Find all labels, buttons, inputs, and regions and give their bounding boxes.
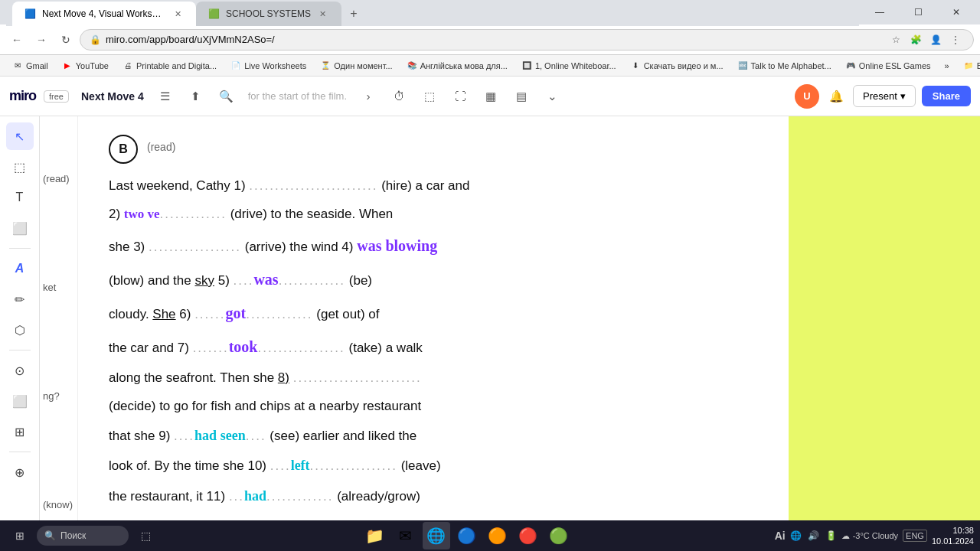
add-tool-button[interactable]: ⊕ bbox=[6, 458, 34, 486]
printable-icon: 🖨 bbox=[122, 60, 133, 71]
task-view-button[interactable]: ⬚ bbox=[132, 522, 159, 549]
connector-tool-button[interactable]: ⊙ bbox=[6, 357, 34, 384]
share-options-button[interactable]: ⬆ bbox=[184, 84, 208, 109]
tab-label-active: Next Move 4, Visual Workspac... bbox=[42, 8, 165, 19]
more-options-button[interactable]: ⌄ bbox=[540, 84, 564, 109]
taskbar-center: 📁 ✉ 🌐 🔵 🟠 🔴 🟢 bbox=[361, 522, 573, 549]
bookmark-youtube[interactable]: ▶ YouTube bbox=[56, 57, 115, 74]
tab-close-active[interactable]: ✕ bbox=[172, 8, 184, 20]
text-tool-button[interactable]: T bbox=[6, 184, 34, 211]
gap-8: ......................... bbox=[293, 370, 422, 385]
tab-close-inactive[interactable]: ✕ bbox=[317, 8, 329, 20]
pen-tool-button[interactable]: ✏ bbox=[6, 285, 34, 313]
language-badge[interactable]: ENG bbox=[903, 530, 927, 542]
taskbar-app-blue[interactable]: 🔵 bbox=[453, 522, 481, 549]
bookmark-whiteboard[interactable]: 🔲 1, Online Whiteboar... bbox=[515, 57, 622, 74]
next-arrow-button[interactable]: › bbox=[356, 84, 381, 109]
gap-10-dots: .... bbox=[270, 458, 291, 473]
tab-inactive[interactable]: 🟩 SCHOOL SYSTEMS ✕ bbox=[196, 2, 341, 26]
esl-icon: 🎮 bbox=[845, 60, 856, 71]
clock-time: 10:38 bbox=[952, 525, 974, 536]
new-tab-button[interactable]: + bbox=[341, 2, 366, 26]
address-bar[interactable]: 🔒 miro.com/app/board/uXjVMmN2ASo=/ ☆ 🧩 👤… bbox=[80, 29, 974, 51]
section-b-circle: B bbox=[109, 135, 138, 164]
taskbar-app-green[interactable]: 🟢 bbox=[545, 522, 573, 549]
annotation-got: got bbox=[225, 305, 246, 321]
eraser-tool-button[interactable]: ⬡ bbox=[6, 316, 34, 344]
notifications-button[interactable]: 🔔 bbox=[825, 86, 847, 107]
taskbar-search[interactable]: 🔍 Поиск bbox=[37, 526, 129, 546]
settings-icon[interactable]: ⋮ bbox=[947, 31, 964, 48]
taskbar-app-red[interactable]: 🔴 bbox=[514, 522, 542, 549]
frames-tool-button[interactable]: ⬚ bbox=[6, 153, 34, 181]
annotation-seen: seen bbox=[220, 428, 246, 443]
bookmark-gmail[interactable]: ✉ Gmail bbox=[6, 57, 54, 74]
share-button[interactable]: Share bbox=[922, 86, 971, 106]
bookmark-esl[interactable]: 🎮 Online ESL Games bbox=[839, 57, 937, 74]
present-button[interactable]: Present ▾ bbox=[853, 85, 916, 107]
para-line-5: cloudy. She 6) ......got............. (g… bbox=[109, 296, 790, 330]
select-tool-button[interactable]: ↖ bbox=[6, 122, 34, 150]
battery-icon[interactable]: 🔋 bbox=[825, 530, 837, 541]
bookmark-odin[interactable]: ⏳ Один момент... bbox=[314, 57, 398, 74]
canvas-area[interactable]: (read) ket ng? (know) B (read) Last week… bbox=[40, 116, 980, 551]
miro-free-badge: free bbox=[44, 90, 69, 103]
shape-tool-button[interactable]: ⬜ bbox=[6, 387, 34, 415]
user-avatar[interactable]: U bbox=[795, 84, 819, 109]
taskbar-browser[interactable]: 🌐 bbox=[423, 522, 450, 549]
para-line-9: that she 9) ....had seen.... (see) earli… bbox=[109, 421, 790, 452]
table-icon-button[interactable]: ▤ bbox=[509, 84, 534, 109]
bookmark-worksheets[interactable]: 📄 Live Worksheets bbox=[224, 57, 312, 74]
start-button[interactable]: ⊞ bbox=[6, 522, 34, 549]
volume-icon[interactable]: 🔊 bbox=[808, 530, 819, 541]
odin-icon: ⏳ bbox=[320, 60, 331, 71]
present-chevron: ▾ bbox=[900, 90, 906, 102]
bookmarks-bar: ✉ Gmail ▶ YouTube 🖨 Printable and Digita… bbox=[0, 55, 980, 77]
grid-icon-button[interactable]: ▦ bbox=[479, 84, 503, 109]
grid-tool-button[interactable]: ⊞ bbox=[6, 418, 34, 445]
tab-favicon-2: 🟩 bbox=[208, 8, 220, 19]
she-word: She bbox=[152, 307, 175, 321]
bookmark-all[interactable]: 📁 Все закладки bbox=[957, 57, 980, 74]
network-icon[interactable]: 🌐 bbox=[790, 530, 802, 541]
frame-icon-button[interactable]: ⬚ bbox=[417, 84, 442, 109]
bookmark-talktome[interactable]: 🔤 Talk to Me Alphabet... bbox=[731, 57, 838, 74]
profile-icon[interactable]: 👤 bbox=[927, 31, 944, 48]
fullscreen-icon-button[interactable]: ⛶ bbox=[448, 84, 472, 109]
taskbar-app-orange[interactable]: 🟠 bbox=[484, 522, 511, 549]
title-bar: 🟦 Next Move 4, Visual Workspac... ✕ 🟩 SC… bbox=[0, 0, 980, 24]
forward-button[interactable]: → bbox=[31, 29, 52, 51]
left-panel-read: (read) bbox=[43, 173, 74, 184]
gmail-icon: ✉ bbox=[12, 60, 23, 71]
back-button[interactable]: ← bbox=[6, 29, 28, 51]
taskbar-mail[interactable]: ✉ bbox=[392, 522, 420, 549]
bookmark-english[interactable]: 📚 Англійська мова для... bbox=[400, 57, 514, 74]
timer-icon-button[interactable]: ⏱ bbox=[387, 84, 411, 109]
maximize-button[interactable]: ☐ bbox=[900, 0, 936, 24]
bookmark-printable[interactable]: 🖨 Printable and Digita... bbox=[116, 57, 223, 74]
search-button[interactable]: 🔍 bbox=[214, 84, 239, 109]
weather-text: -3°C Cloudy bbox=[853, 531, 898, 540]
refresh-button[interactable]: ↻ bbox=[55, 29, 77, 51]
para-line-3: she 3) .................. (arrive) the w… bbox=[109, 229, 790, 262]
close-button[interactable]: ✕ bbox=[939, 0, 974, 24]
taskbar-explorer[interactable]: 📁 bbox=[361, 522, 389, 549]
miro-topbar: miro free Next Move 4 ☰ ⬆ 🔍 for the star… bbox=[0, 77, 980, 116]
board-title[interactable]: Next Move 4 bbox=[81, 90, 144, 103]
para-line-7: along the seafront. Then she 8) ........… bbox=[109, 364, 790, 392]
extensions-icon[interactable]: 🧩 bbox=[907, 31, 924, 48]
bookmark-more-label: » bbox=[945, 61, 949, 70]
sticky-tool-button[interactable]: ⬜ bbox=[6, 214, 34, 242]
minimize-button[interactable]: — bbox=[862, 0, 897, 24]
hamburger-menu-button[interactable]: ☰ bbox=[153, 84, 178, 109]
text-format-button[interactable]: A bbox=[6, 255, 34, 282]
tab-active[interactable]: 🟦 Next Move 4, Visual Workspac... ✕ bbox=[12, 2, 196, 26]
taskbar: ⊞ 🔍 Поиск ⬚ 📁 ✉ 🌐 🔵 🟠 🔴 🟢 Ai 🌐 🔊 🔋 ☁ -3°… bbox=[0, 520, 980, 551]
gap-9-dots: .... bbox=[174, 429, 194, 443]
gap-7-dots2: ................. bbox=[257, 341, 345, 355]
bookmark-star-icon[interactable]: ☆ bbox=[887, 31, 904, 48]
bookmark-more[interactable]: » bbox=[939, 57, 956, 74]
bookmark-download[interactable]: ⬇ Скачать видео и м... bbox=[624, 57, 730, 74]
gap-10-dots2: ................. bbox=[310, 458, 397, 473]
left-sidebar: ↖ ⬚ T ⬜ A ✏ ⬡ ⊙ ⬜ ⊞ ⊕ bbox=[0, 116, 40, 551]
